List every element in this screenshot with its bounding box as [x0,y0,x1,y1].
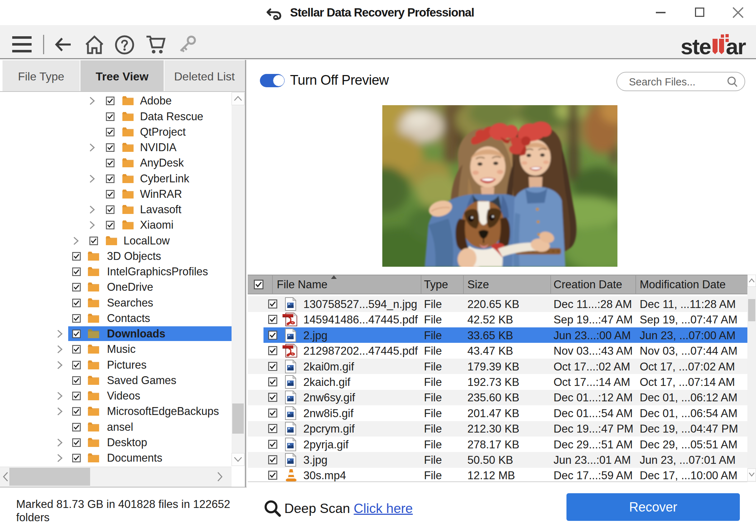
svg-text:ste: ste [681,34,711,58]
svg-text:ar: ar [726,34,746,58]
